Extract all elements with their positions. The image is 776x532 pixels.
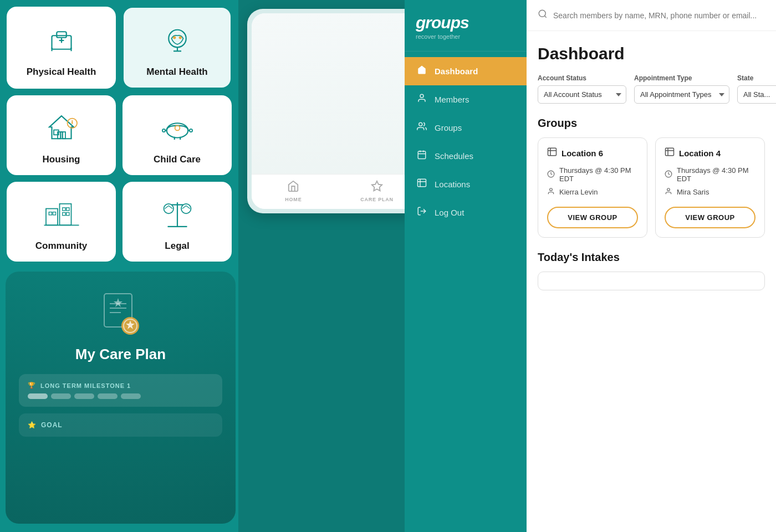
dashboard-body: Dashboard Account Status All Account Sta…: [527, 31, 776, 531]
svg-point-68: [550, 188, 553, 191]
trophy-icon: 🏆: [28, 382, 36, 389]
groups-icon: [416, 121, 428, 134]
search-icon: [538, 9, 548, 22]
svg-point-10: [178, 36, 181, 39]
main-content: Dashboard Account Status All Account Sta…: [527, 0, 776, 532]
svg-rect-28: [53, 212, 55, 215]
svg-marker-48: [114, 298, 122, 307]
tile-label-legal: Legal: [165, 241, 189, 252]
group-schedule-2: Thursdays @ 4:30 PM EDT: [677, 166, 755, 183]
svg-rect-1: [57, 32, 67, 38]
group-card-1: Location 6 Thursdays @ 4:30 PM EDT: [538, 137, 647, 238]
pnav-home-icon: [287, 180, 299, 195]
dot-5: [121, 393, 141, 399]
sidebar-item-label-members: Members: [435, 95, 469, 104]
milestone-progress: [28, 393, 213, 399]
sidebar-item-label-schedules: Schedules: [435, 151, 473, 161]
pnav-home[interactable]: HOME: [252, 180, 335, 206]
tiles-grid: Physical Health Mental Health: [0, 0, 238, 268]
svg-rect-29: [62, 208, 65, 211]
tile-physical-health[interactable]: Physical Health: [7, 7, 116, 89]
search-input[interactable]: [553, 11, 765, 20]
group-detail-counselor-2: Mira Saris: [665, 187, 755, 197]
sidebar-item-logout[interactable]: Log Out: [405, 198, 527, 227]
care-plan-certificate-icon: [96, 288, 146, 338]
pnav-home-label: HOME: [285, 197, 302, 202]
dashboard-title: Dashboard: [538, 44, 765, 63]
sidebar-item-groups[interactable]: Groups: [405, 114, 527, 142]
groups-row: Location 6 Thursdays @ 4:30 PM EDT: [538, 137, 765, 238]
right-panel: groups recover together Dashboard: [405, 0, 776, 532]
care-plan-title: My Care Plan: [75, 346, 166, 363]
svg-rect-30: [66, 208, 69, 211]
logout-icon: [416, 206, 428, 219]
filter-account-status[interactable]: All Account Status: [538, 85, 626, 104]
tile-child-care[interactable]: Child Care: [122, 95, 232, 175]
svg-point-62: [539, 10, 545, 17]
sidebar-item-label-locations: Locations: [435, 180, 470, 189]
mental-health-icon: [158, 21, 197, 60]
physical-health-icon: [42, 21, 81, 60]
housing-icon: [42, 109, 81, 147]
tile-label-housing: Housing: [43, 154, 80, 165]
pnav-care-plan-label: CARE PLAN: [360, 197, 394, 202]
svg-rect-31: [62, 213, 65, 216]
svg-rect-32: [66, 213, 69, 216]
svg-rect-54: [418, 151, 426, 159]
dot-4: [98, 393, 118, 399]
svg-point-19: [162, 129, 165, 132]
intake-card-partial: [538, 272, 765, 290]
clock-icon-2: [665, 170, 672, 180]
today-section: Today's Intakes: [538, 251, 765, 290]
groups-section-title: Groups: [538, 117, 765, 130]
filter-label-state: State: [737, 74, 776, 82]
tile-label-physical-health: Physical Health: [27, 66, 96, 78]
svg-point-16: [71, 122, 73, 124]
filter-state[interactable]: All Sta...: [737, 85, 776, 104]
group-location-icon-1: [547, 147, 557, 160]
group-location-icon-2: [665, 147, 675, 160]
tile-housing[interactable]: Housing: [7, 95, 116, 175]
sidebar-item-schedules[interactable]: Schedules: [405, 142, 527, 170]
dot-3: [74, 393, 94, 399]
community-icon: [42, 195, 81, 234]
svg-rect-69: [666, 148, 674, 156]
tile-community[interactable]: Community: [7, 182, 116, 262]
sidebar-item-members[interactable]: Members: [405, 85, 527, 114]
filter-group-account-status: Account Status All Account Status: [538, 74, 626, 104]
group-card-2: Location 4 Thursdays @ 4:30 PM EDT: [655, 137, 765, 238]
tile-legal[interactable]: Legal: [122, 182, 232, 262]
group-counselor-1: Kierra Levin: [559, 188, 598, 196]
clock-icon-1: [547, 170, 555, 180]
sidebar-item-dashboard[interactable]: Dashboard: [405, 57, 527, 85]
svg-point-21: [189, 129, 192, 132]
goal-label: ⭐ GOAL: [28, 421, 213, 429]
filter-label-appointment-type: Appointment Type: [634, 74, 729, 82]
person-icon-2: [665, 187, 672, 197]
child-care-icon: [158, 109, 197, 147]
sidebar-item-label-logout: Log Out: [435, 208, 464, 217]
group-schedule-1: Thursdays @ 4:30 PM EDT: [559, 166, 638, 183]
tile-mental-health[interactable]: Mental Health: [122, 7, 232, 89]
view-group-btn-1[interactable]: VIEW GROUP: [547, 207, 638, 228]
locations-icon: [416, 178, 428, 191]
svg-rect-27: [49, 212, 52, 215]
svg-point-53: [419, 122, 422, 126]
sidebar-item-label-groups: Groups: [435, 123, 462, 132]
tile-label-child-care: Child Care: [154, 154, 201, 165]
schedules-icon: [416, 150, 428, 162]
care-plan-panel: My Care Plan 🏆 LONG TERM MILESTONE 1 ⭐ G…: [6, 272, 236, 524]
legal-icon: [158, 195, 197, 234]
svg-marker-40: [372, 181, 382, 191]
sidebar-item-locations[interactable]: Locations: [405, 170, 527, 198]
filter-group-state: State All Sta...: [737, 74, 776, 104]
filter-group-appointment-type: Appointment Type All Appointment Types: [634, 74, 729, 104]
group-detail-schedule-2: Thursdays @ 4:30 PM EDT: [665, 166, 755, 183]
group-counselor-2: Mira Saris: [677, 188, 709, 196]
milestone-label: 🏆 LONG TERM MILESTONE 1: [28, 382, 213, 389]
group-location-name-2: Location 4: [679, 149, 721, 158]
filter-appointment-type[interactable]: All Appointment Types: [634, 85, 729, 104]
sidebar-nav: Dashboard Members: [405, 52, 527, 532]
view-group-btn-2[interactable]: VIEW GROUP: [665, 207, 755, 228]
members-icon: [416, 93, 428, 106]
